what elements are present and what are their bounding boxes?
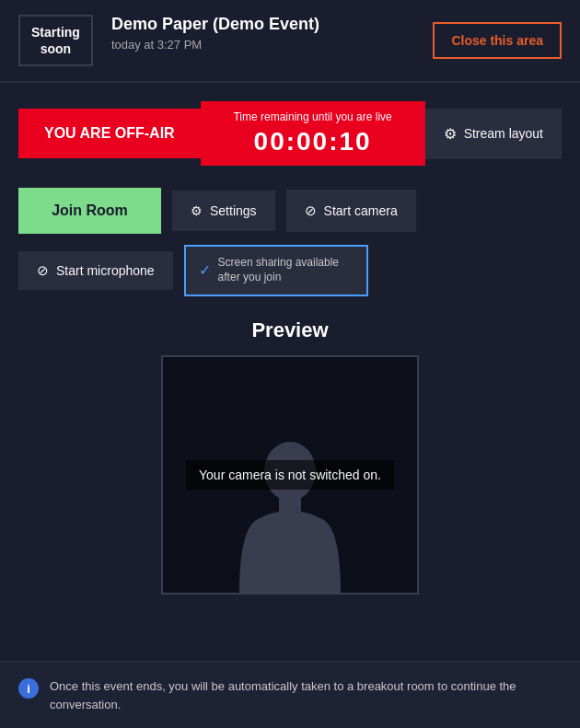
- gear-icon: ⚙: [191, 203, 203, 218]
- main-content: YOU ARE OFF-AIR Time remaining until you…: [0, 83, 580, 634]
- header: Starting soon Demo Paper (Demo Event) to…: [0, 0, 580, 83]
- event-info: Demo Paper (Demo Event) today at 3:27 PM: [111, 15, 319, 52]
- settings-button[interactable]: ⚙ Settings: [172, 191, 275, 231]
- join-room-button[interactable]: Join Room: [18, 188, 161, 234]
- off-air-badge: YOU ARE OFF-AIR: [18, 109, 201, 158]
- check-icon: ✓: [199, 261, 211, 281]
- info-text: Once this event ends, you will be automa…: [50, 677, 562, 713]
- mic-off-icon: ⊘: [37, 262, 49, 279]
- status-bar: YOU ARE OFF-AIR Time remaining until you…: [18, 101, 562, 166]
- event-time: today at 3:27 PM: [111, 38, 319, 52]
- info-bar: i Once this event ends, you will be auto…: [0, 661, 580, 728]
- camera-off-icon: ⊘: [305, 202, 317, 219]
- stream-layout-button[interactable]: ⚙ Stream layout: [425, 109, 562, 159]
- close-area-button[interactable]: Close this area: [433, 22, 562, 59]
- controls-row-1: Join Room ⚙ Settings ⊘ Start camera: [18, 188, 562, 234]
- event-title: Demo Paper (Demo Event): [111, 15, 319, 34]
- svg-rect-1: [279, 495, 301, 512]
- preview-section: Preview Your camera is not switched on.: [18, 318, 562, 595]
- countdown-box: Time remaining until you are live 00:00:…: [201, 101, 425, 166]
- countdown-label: Time remaining until you are live: [219, 110, 407, 123]
- gear-icon: ⚙: [444, 125, 457, 143]
- start-camera-button[interactable]: ⊘ Start camera: [286, 190, 416, 232]
- countdown-timer: 00:00:10: [219, 127, 407, 156]
- camera-off-message: Your camera is not switched on.: [186, 460, 394, 490]
- header-left: Starting soon Demo Paper (Demo Event) to…: [18, 15, 319, 66]
- start-microphone-button[interactable]: ⊘ Start microphone: [18, 251, 173, 290]
- status-badge: Starting soon: [18, 15, 93, 66]
- preview-box: Your camera is not switched on.: [161, 355, 419, 595]
- info-icon: i: [18, 678, 39, 699]
- preview-title: Preview: [18, 318, 562, 342]
- controls-row-2: ⊘ Start microphone ✓ Screen sharing avai…: [18, 245, 562, 295]
- screen-share-badge: ✓ Screen sharing available after you joi…: [184, 245, 368, 295]
